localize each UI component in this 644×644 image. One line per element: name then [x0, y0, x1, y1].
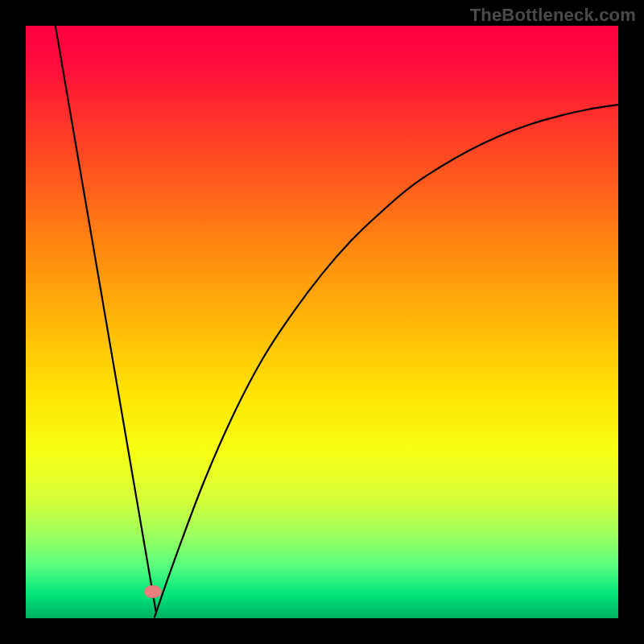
bottleneck-curve [26, 26, 618, 618]
plot-area [26, 26, 618, 618]
attribution-text: TheBottleneck.com [470, 5, 636, 26]
minimum-marker [144, 585, 162, 598]
frame: TheBottleneck.com [0, 0, 644, 644]
